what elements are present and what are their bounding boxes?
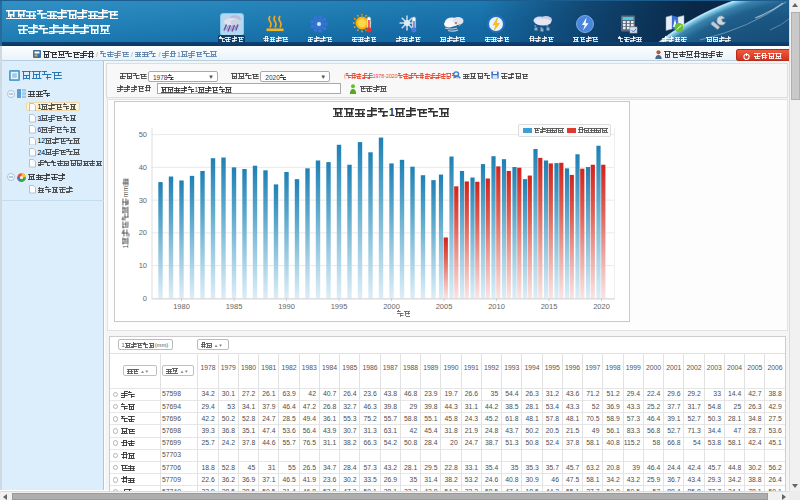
- svg-text:2010: 2010: [488, 302, 505, 311]
- svg-text:20: 20: [139, 228, 147, 237]
- svg-text:50: 50: [139, 130, 147, 139]
- svg-text:40: 40: [139, 163, 147, 172]
- svg-text:2015: 2015: [541, 302, 558, 311]
- svg-text:1985: 1985: [226, 302, 243, 311]
- svg-text:2005: 2005: [436, 302, 453, 311]
- svg-text:30: 30: [139, 196, 147, 205]
- svg-text:1990: 1990: [278, 302, 295, 311]
- svg-text:10: 10: [139, 261, 147, 270]
- svg-text:2020: 2020: [593, 302, 610, 311]
- svg-text:1995: 1995: [331, 302, 348, 311]
- svg-text:1980: 1980: [173, 302, 190, 311]
- svg-text:0: 0: [143, 294, 147, 303]
